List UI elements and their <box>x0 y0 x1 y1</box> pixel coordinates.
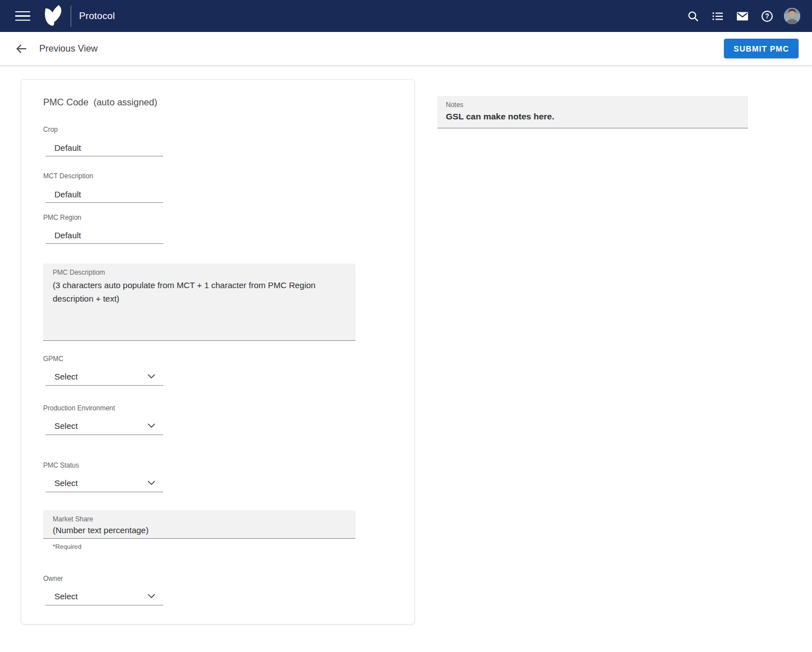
mail-icon[interactable] <box>731 5 754 27</box>
chevron-down-icon <box>147 374 155 378</box>
avatar-image <box>784 8 800 24</box>
svg-text:?: ? <box>765 12 769 20</box>
chevron-down-icon <box>147 480 155 485</box>
crop-value[interactable]: Default <box>45 143 163 156</box>
gpmc-select-value: Select <box>54 372 78 381</box>
pmc-description-label: PMC Descriptiom <box>53 269 347 276</box>
pmc-status-select[interactable]: Select <box>45 478 163 492</box>
production-environment-select-value: Select <box>54 421 78 431</box>
pmc-form-card: PMC Code(auto assigned) Crop Default MCT… <box>21 79 415 625</box>
owner-select-value: Select <box>54 591 78 601</box>
pmc-description-value[interactable]: (3 characters auto populate from MCT + 1… <box>53 279 336 306</box>
main-content: PMC Code(auto assigned) Crop Default MCT… <box>0 65 812 652</box>
app-bar: Protocol ? <box>0 0 812 32</box>
required-helper-text: *Required <box>53 543 414 550</box>
notes-label: Notes <box>446 101 739 109</box>
pmc-region-field[interactable]: Default <box>45 230 163 244</box>
market-share-value[interactable]: (Number text percentage) <box>53 524 347 537</box>
market-share-field[interactable]: Market Share (Number text percentage) <box>43 510 356 539</box>
owner-label: Owner <box>43 575 414 582</box>
market-share-label: Market Share <box>53 515 347 523</box>
list-icon[interactable] <box>707 5 729 27</box>
notes-value[interactable]: GSL can make notes here. <box>446 112 739 122</box>
auto-assigned-note: (auto assigned) <box>94 97 158 107</box>
app-title: Protocol <box>79 11 115 22</box>
search-icon[interactable] <box>682 5 704 27</box>
mct-description-field[interactable]: Default <box>45 189 163 203</box>
crop-field[interactable]: Default <box>45 143 163 156</box>
hamburger-lines <box>15 11 30 21</box>
page-toolbar: Previous View SUBMIT PMC <box>0 32 812 65</box>
chevron-down-icon <box>147 423 155 428</box>
production-environment-label: Production Environment <box>43 404 414 412</box>
pmc-region-label: PMC Region <box>43 214 414 221</box>
pmc-description-field[interactable]: PMC Descriptiom (3 characters auto popul… <box>43 263 356 341</box>
pmc-status-label: PMC Status <box>43 461 414 469</box>
pmc-code-heading: PMC Code <box>43 97 89 107</box>
appbar-divider <box>71 6 71 27</box>
owner-select[interactable]: Select <box>45 591 163 605</box>
mct-description-value[interactable]: Default <box>45 189 163 203</box>
pmc-region-value[interactable]: Default <box>45 230 163 244</box>
back-label[interactable]: Previous View <box>39 43 98 54</box>
crop-label: Crop <box>43 126 414 133</box>
back-arrow-icon[interactable] <box>11 39 31 59</box>
brand-leaf-logo <box>40 4 65 29</box>
gpmc-select[interactable]: Select <box>45 372 163 386</box>
user-avatar[interactable] <box>781 5 803 27</box>
form-heading: PMC Code(auto assigned) <box>43 97 414 108</box>
submit-pmc-button[interactable]: SUBMIT PMC <box>724 39 799 58</box>
pmc-status-select-value: Select <box>54 478 78 488</box>
production-environment-select[interactable]: Select <box>45 421 163 435</box>
chevron-down-icon <box>147 594 155 598</box>
help-icon[interactable]: ? <box>756 5 778 27</box>
mct-description-label: MCT Description <box>43 172 414 180</box>
hamburger-menu-icon[interactable] <box>11 5 34 27</box>
notes-field[interactable]: Notes GSL can make notes here. <box>437 96 748 128</box>
gpmc-label: GPMC <box>43 355 414 363</box>
